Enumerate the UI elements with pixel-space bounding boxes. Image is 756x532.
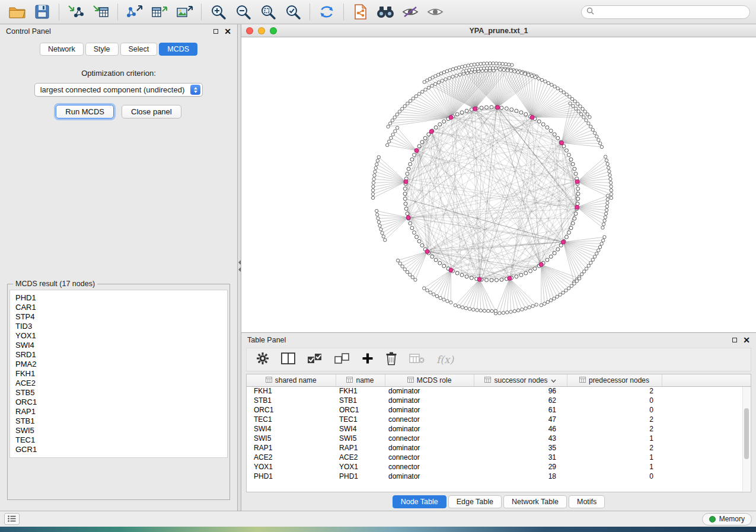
export-table-button[interactable] [148,2,171,22]
table-row[interactable]: PHD1PHD1dominator180 [247,472,751,481]
table-cell[interactable]: 47 [474,415,567,424]
table-cell[interactable]: 46 [474,424,567,434]
tab-style[interactable]: Style [85,43,119,56]
table-cell[interactable]: SWI4 [247,424,336,434]
export-network-button[interactable] [123,2,146,22]
column-header-shared-name[interactable]: shared name [247,374,336,386]
table-cell[interactable]: 0 [567,472,662,481]
table-row[interactable]: YOX1YOX1connector291 [247,462,751,472]
table-cell[interactable]: connector [385,453,474,462]
zoom-out-button[interactable] [232,2,254,22]
table-cell[interactable]: 2 [567,415,662,424]
table-cell[interactable]: dominator [385,443,474,453]
tab-mcds[interactable]: MCDS [159,43,197,56]
show-graphics-button[interactable] [424,2,446,22]
table-cell[interactable]: FKH1 [336,386,385,396]
import-table-button[interactable] [90,2,112,22]
mcds-result-item[interactable]: ACE2 [15,379,222,388]
table-cell[interactable]: PHD1 [336,472,385,481]
table-cell[interactable]: TEC1 [336,415,385,424]
optimization-criterion-select[interactable]: largest connected component (undirected) [34,83,203,97]
share-document-button[interactable] [349,2,372,22]
table-cell[interactable]: SWI5 [336,434,385,443]
table-cell[interactable]: STB1 [336,396,385,405]
table-cell[interactable]: SWI4 [336,424,385,434]
mcds-result-item[interactable]: PMA2 [15,360,222,369]
close-table-panel-icon[interactable]: ✕ [743,336,750,344]
mcds-result-item[interactable]: SWI5 [15,426,222,435]
column-header-successor-nodes[interactable]: successor nodes [474,374,567,386]
table-cell[interactable]: 1 [567,434,662,443]
mcds-result-item[interactable]: STB1 [15,416,222,426]
table-row[interactable]: STB1STB1dominator620 [247,396,751,405]
table-cell[interactable]: RAP1 [247,443,336,453]
network-canvas[interactable] [241,37,756,332]
panel-splitter[interactable] [237,24,241,511]
mcds-result-item[interactable]: SRD1 [15,350,222,360]
table-cell[interactable]: 35 [474,443,567,453]
table-cell[interactable]: connector [385,415,474,424]
table-cell[interactable]: 2 [567,443,662,453]
table-cell[interactable]: dominator [385,424,474,434]
zoom-selected-button[interactable] [282,2,304,22]
zoom-in-button[interactable] [207,2,229,22]
table-cell[interactable]: 43 [474,434,567,443]
show-columns-button[interactable] [281,352,295,367]
table-row[interactable]: TEC1TEC1connector472 [247,415,751,424]
table-row[interactable]: SWI5SWI5connector431 [247,434,751,443]
table-cell[interactable]: RAP1 [336,443,385,453]
table-cell[interactable]: YOX1 [247,462,336,472]
mcds-result-item[interactable]: STP4 [15,312,222,322]
close-window-button[interactable] [246,27,253,34]
mcds-result-item[interactable]: YOX1 [15,331,222,341]
task-history-button[interactable] [4,513,20,525]
table-cell[interactable]: SWI5 [247,434,336,443]
select-all-rows-button[interactable] [307,352,323,367]
zoom-fit-button[interactable] [257,2,279,22]
table-row[interactable]: ORC1ORC1dominator610 [247,405,751,415]
table-cell[interactable]: dominator [385,386,474,396]
mcds-result-item[interactable]: TID3 [15,322,222,331]
table-cell[interactable]: 29 [474,462,567,472]
tab-network-table[interactable]: Network Table [503,495,567,508]
column-header-MCDS-role[interactable]: MCDS role [385,374,474,386]
table-row[interactable]: RAP1RAP1dominator352 [247,443,751,453]
table-cell[interactable]: 2 [567,424,662,434]
table-cell[interactable]: YOX1 [336,462,385,472]
close-panel-button[interactable]: Close panel [122,105,181,118]
import-network-button[interactable] [65,2,87,22]
network-graph[interactable] [241,37,755,332]
refresh-button[interactable] [315,2,338,22]
table-cell[interactable]: ORC1 [247,405,336,415]
tab-motifs[interactable]: Motifs [569,495,605,508]
table-cell[interactable]: ORC1 [336,405,385,415]
minimize-window-button[interactable] [258,27,265,34]
mcds-result-item[interactable]: SWI4 [15,341,222,350]
table-row[interactable]: SWI4SWI4dominator462 [247,424,751,434]
table-cell[interactable]: 2 [567,386,662,396]
deselect-all-rows-button[interactable] [334,352,350,367]
tab-edge-table[interactable]: Edge Table [448,495,502,508]
tab-network[interactable]: Network [40,43,84,56]
table-cell[interactable]: TEC1 [247,415,336,424]
table-settings-button[interactable] [256,352,269,367]
mcds-result-item[interactable]: STB5 [15,388,222,398]
table-cell[interactable]: dominator [385,405,474,415]
tab-node-table[interactable]: Node Table [393,495,446,508]
network-window-titlebar[interactable]: YPA_prune.txt_1 [241,24,756,37]
float-table-panel-icon[interactable] [732,338,737,342]
run-mcds-button[interactable]: Run MCDS [56,105,114,118]
table-row[interactable]: ACE2ACE2connector311 [247,453,751,462]
find-button[interactable] [374,2,397,22]
table-cell[interactable]: ACE2 [247,453,336,462]
open-file-button[interactable] [6,2,28,22]
delete-column-button[interactable] [385,351,397,368]
save-button[interactable] [31,2,53,22]
table-cell[interactable]: PHD1 [247,472,336,481]
table-scrollbar-thumb[interactable] [744,408,749,459]
mcds-result-item[interactable]: ORC1 [15,398,222,407]
search-field[interactable] [581,5,750,19]
export-image-button[interactable] [173,2,196,22]
table-cell[interactable]: FKH1 [247,386,336,396]
maximize-window-button[interactable] [270,27,277,34]
